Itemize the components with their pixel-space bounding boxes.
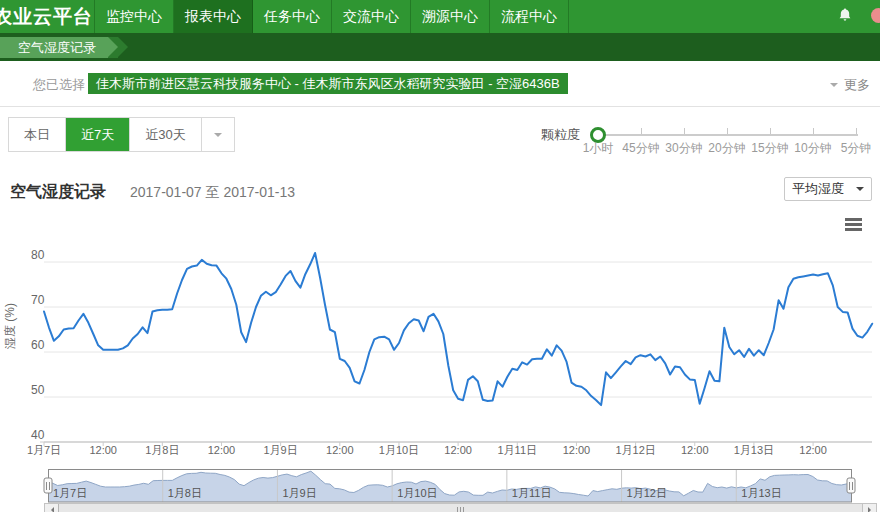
page-title: 空气湿度记录 xyxy=(10,182,106,203)
svg-text:12:00: 12:00 xyxy=(89,444,117,456)
slider-tick xyxy=(641,128,642,134)
more-label: 更多 xyxy=(844,76,870,94)
caret-down-icon xyxy=(214,133,222,141)
humidity-line xyxy=(44,253,872,405)
date-range-text: 2017-01-07 至 2017-01-13 xyxy=(130,184,295,202)
svg-text:50: 50 xyxy=(31,383,45,397)
humidity-line-chart: 4050607080湿度 (%)1月7日12:001月8日12:001月9日12… xyxy=(0,226,880,462)
nav-item-report-center[interactable]: 报表中心 xyxy=(174,0,253,33)
slider-tick xyxy=(727,128,728,134)
svg-text:40: 40 xyxy=(31,428,45,442)
caret-down-icon xyxy=(830,83,838,91)
svg-text:1月13日: 1月13日 xyxy=(741,487,781,499)
y-axis-title: 湿度 (%) xyxy=(3,303,17,350)
time-range-group: 本日 近7天 近30天 xyxy=(8,117,235,152)
granularity-option-10m[interactable]: 10分钟 xyxy=(789,140,837,157)
bell-icon[interactable] xyxy=(836,7,854,25)
range-button-last-30-days[interactable]: 近30天 xyxy=(130,118,201,151)
granularity-option-1h[interactable]: 1小时 xyxy=(574,140,622,157)
svg-text:1月13日: 1月13日 xyxy=(734,444,774,456)
svg-text:12:00: 12:00 xyxy=(563,444,591,456)
scrollbar-left-arrow[interactable] xyxy=(45,504,59,512)
svg-text:12:00: 12:00 xyxy=(799,444,827,456)
svg-text:1月10日: 1月10日 xyxy=(397,487,437,499)
nav-item-monitor-center[interactable]: 监控中心 xyxy=(94,0,174,33)
svg-text:1月10日: 1月10日 xyxy=(379,444,419,456)
svg-text:12:00: 12:00 xyxy=(208,444,236,456)
svg-text:1月8日: 1月8日 xyxy=(168,487,202,499)
subnav-bar: 空气湿度记录 xyxy=(0,33,880,61)
navigator-left-handle[interactable] xyxy=(44,478,52,493)
granularity-option-30m[interactable]: 30分钟 xyxy=(660,140,708,157)
slider-tick xyxy=(684,128,685,134)
navigator-right-handle[interactable] xyxy=(847,478,855,493)
granularity-option-20m[interactable]: 20分钟 xyxy=(703,140,751,157)
app-logo: 农业云平台 xyxy=(0,0,93,33)
breadcrumb[interactable]: 空气湿度记录 xyxy=(0,37,108,58)
svg-text:1月9日: 1月9日 xyxy=(282,487,316,499)
svg-text:12:00: 12:00 xyxy=(681,444,709,456)
svg-text:1月11日: 1月11日 xyxy=(498,444,538,456)
svg-text:1月12日: 1月12日 xyxy=(627,487,667,499)
granularity-option-15m[interactable]: 15分钟 xyxy=(746,140,794,157)
granularity-option-5m[interactable]: 5分钟 xyxy=(832,140,880,157)
svg-text:1月7日: 1月7日 xyxy=(53,487,87,499)
more-button[interactable]: 更多 xyxy=(830,76,870,94)
nav-item-trace-center[interactable]: 溯源中心 xyxy=(411,0,490,33)
svg-text:12:00: 12:00 xyxy=(444,444,472,456)
chart-navigator[interactable]: 1月7日1月8日1月9日1月10日1月11日1月12日1月13日 xyxy=(0,466,880,506)
svg-text:1月9日: 1月9日 xyxy=(264,444,298,456)
slider-tick xyxy=(770,128,771,134)
nav-item-process-center[interactable]: 流程中心 xyxy=(490,0,569,33)
x-axis-labels: 1月7日12:001月8日12:001月9日12:001月10日12:001月1… xyxy=(27,442,827,456)
slider-tick xyxy=(813,128,814,134)
range-button-today[interactable]: 本日 xyxy=(9,118,66,151)
selection-bar: 您已选择： 佳木斯市前进区慧云科技服务中心 - 佳木斯市东风区水稻研究实验田 -… xyxy=(0,61,880,107)
svg-text:80: 80 xyxy=(31,248,45,262)
svg-text:1月7日: 1月7日 xyxy=(27,444,61,456)
top-navbar: 农业云平台 监控中心 报表中心 任务中心 交流中心 溯源中心 流程中心 xyxy=(0,0,880,33)
nav-item-communication-center[interactable]: 交流中心 xyxy=(332,0,411,33)
metric-select[interactable]: 平均湿度 xyxy=(784,177,872,201)
svg-text:70: 70 xyxy=(31,293,45,307)
range-button-last-7-days[interactable]: 近7天 xyxy=(66,118,130,151)
svg-text:12:00: 12:00 xyxy=(326,444,354,456)
svg-text:1月12日: 1月12日 xyxy=(615,444,655,456)
notification-dot xyxy=(871,8,880,23)
selected-device-badge[interactable]: 佳木斯市前进区慧云科技服务中心 - 佳木斯市东风区水稻研究实验田 - 空湿643… xyxy=(88,73,568,94)
granularity-slider-track[interactable] xyxy=(592,134,858,136)
granularity-option-45m[interactable]: 45分钟 xyxy=(617,140,665,157)
slider-tick xyxy=(856,128,857,134)
y-axis-labels: 4050607080 xyxy=(31,248,45,442)
app-root: 农业云平台 监控中心 报表中心 任务中心 交流中心 溯源中心 流程中心 空气湿度… xyxy=(0,0,880,512)
chart-scrollbar[interactable] xyxy=(44,503,877,512)
scrollbar-thumb[interactable] xyxy=(58,504,863,512)
svg-text:60: 60 xyxy=(31,338,45,352)
main-menu: 监控中心 报表中心 任务中心 交流中心 溯源中心 流程中心 xyxy=(94,0,569,33)
nav-item-task-center[interactable]: 任务中心 xyxy=(253,0,332,33)
range-dropdown-button[interactable] xyxy=(202,118,234,151)
metric-select-value: 平均湿度 xyxy=(792,180,844,198)
svg-text:1月11日: 1月11日 xyxy=(512,487,552,499)
caret-down-icon xyxy=(856,187,864,195)
scrollbar-right-arrow[interactable] xyxy=(862,504,876,512)
svg-text:1月8日: 1月8日 xyxy=(145,444,179,456)
